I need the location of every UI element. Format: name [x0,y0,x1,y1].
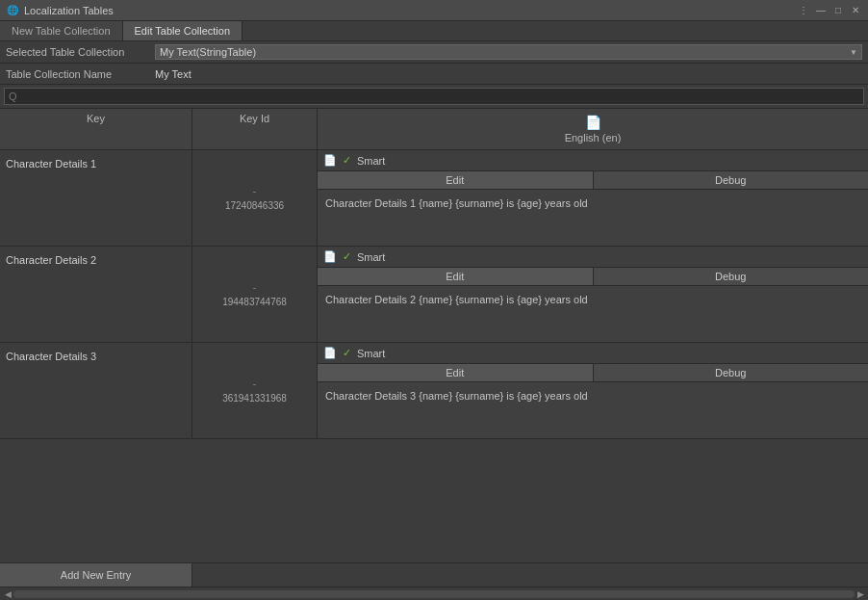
entry-keyid: 17240846336 [225,200,284,211]
smart-row: 📄 ✓ Smart [318,343,868,364]
entry-keyid-cell: - 17240846336 [192,150,318,246]
table-name-row: Table Collection Name My Text [0,64,868,85]
entry-key: Character Details 3 [6,351,96,362]
scroll-left-icon[interactable]: ◀ [2,588,13,600]
tabs-row: New Table Collection Edit Table Collecti… [0,21,868,41]
edit-button[interactable]: Edit [318,268,594,285]
table-name-label: Table Collection Name [6,68,155,80]
entry-text: Character Details 1 {name} {surname} is … [318,190,868,246]
add-new-entry-button[interactable]: Add New Entry [0,563,192,587]
entry-text: Character Details 2 {name} {surname} is … [318,286,868,342]
edit-debug-row: Edit Debug [318,171,868,190]
smart-row: 📄 ✓ Smart [318,150,868,171]
entry-key: Character Details 1 [6,158,96,170]
window-title: Localization Tables [24,5,797,16]
title-bar: 🌐 Localization Tables ⋮ — □ ✕ [0,0,868,21]
language-file-icon: 📄 [585,115,601,130]
column-header-keyid: Key Id [192,109,318,149]
search-input[interactable] [4,88,864,105]
debug-button[interactable]: Debug [594,364,869,381]
entry-keyid-cell: - 361941331968 [192,343,318,438]
smart-check-icon: ✓ [343,250,351,263]
edit-debug-row: Edit Debug [318,268,868,286]
table-row: Character Details 2 - 194483744768 📄 ✓ S… [0,247,868,343]
tab-new-table-collection[interactable]: New Table Collection [0,21,123,40]
selected-table-value: My Text(StringTable) [160,46,256,58]
scrollbar-track[interactable] [13,590,855,598]
smart-label: Smart [357,251,385,263]
minimize-button[interactable]: — [814,4,828,17]
keyid-dash: - [253,378,256,389]
smart-file-icon[interactable]: 📄 [323,250,337,263]
entry-key: Character Details 2 [6,254,96,266]
smart-label: Smart [357,155,385,167]
column-header-language: 📄 English (en) [318,109,868,149]
table-row: Character Details 1 - 17240846336 📄 ✓ Sm… [0,150,868,247]
scroll-right-icon[interactable]: ▶ [855,588,866,600]
entry-lang-cell: 📄 ✓ Smart Edit Debug Character Details 3… [318,343,868,438]
entry-key-cell: Character Details 2 [0,247,192,342]
add-entry-row: Add New Entry [0,562,868,587]
entry-lang-cell: 📄 ✓ Smart Edit Debug Character Details 2… [318,247,868,342]
entry-lang-cell: 📄 ✓ Smart Edit Debug Character Details 1… [318,150,868,246]
selected-table-dropdown[interactable]: My Text(StringTable) ▼ [155,44,862,60]
entry-keyid-cell: - 194483744768 [192,247,318,342]
table-row: Character Details 3 - 361941331968 📄 ✓ S… [0,343,868,439]
dropdown-arrow-icon: ▼ [850,48,857,57]
search-bar [0,85,868,109]
smart-file-icon[interactable]: 📄 [323,347,337,359]
entry-keyid: 361941331968 [222,393,287,404]
tab-edit-table-collection[interactable]: Edit Table Collection [123,21,243,40]
keyid-dash: - [253,186,256,196]
entry-key-cell: Character Details 1 [0,150,192,246]
language-name: English (en) [565,132,622,143]
table-name-value: My Text [155,68,862,80]
entry-keyid: 194483744768 [222,297,287,307]
close-button[interactable]: ✕ [849,4,862,17]
debug-button[interactable]: Debug [594,171,869,189]
more-options-button[interactable]: ⋮ [797,4,810,17]
edit-button[interactable]: Edit [318,171,594,189]
selected-table-label: Selected Table Collection [6,46,155,58]
smart-check-icon: ✓ [343,154,351,167]
window-controls: ⋮ — □ ✕ [797,4,862,17]
content-area: Character Details 1 - 17240846336 📄 ✓ Sm… [0,150,868,562]
smart-row: 📄 ✓ Smart [318,247,868,268]
debug-button[interactable]: Debug [594,268,869,285]
keyid-dash: - [253,282,256,293]
table-area: Key Key Id 📄 English (en) Character Deta… [0,109,868,587]
entry-key-cell: Character Details 3 [0,343,192,438]
selected-table-row: Selected Table Collection My Text(String… [0,41,868,64]
column-header-key: Key [0,109,192,149]
smart-check-icon: ✓ [343,347,351,359]
smart-label: Smart [357,348,385,359]
column-headers: Key Key Id 📄 English (en) [0,109,868,150]
edit-button[interactable]: Edit [318,364,594,381]
maximize-button[interactable]: □ [831,4,845,17]
smart-file-icon[interactable]: 📄 [323,154,337,167]
entry-text: Character Details 3 {name} {surname} is … [318,382,868,438]
edit-debug-row: Edit Debug [318,364,868,382]
app-icon: 🌐 [6,4,19,17]
horizontal-scrollbar[interactable]: ◀ ▶ [0,587,868,600]
